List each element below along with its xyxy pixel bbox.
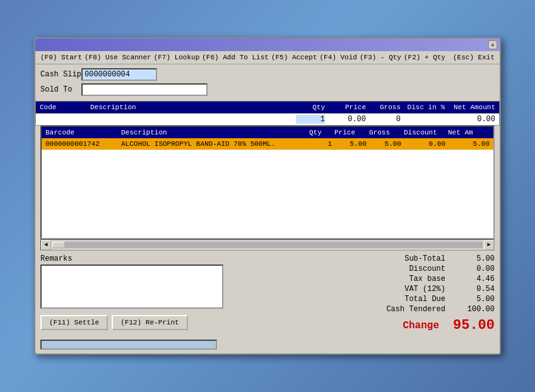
th-discount: Discount — [403, 128, 447, 137]
change-value: 95.00 — [444, 318, 495, 333]
totaldue-value: 5.00 — [450, 295, 495, 304]
scroll-left-btn[interactable]: ◄ — [41, 240, 51, 250]
title-bar: ✕ — [35, 39, 500, 51]
price-input[interactable] — [327, 115, 366, 124]
sold-to-input[interactable] — [81, 83, 208, 96]
desc-header: Description — [89, 103, 295, 112]
price-header: Price — [326, 103, 367, 112]
change-row: Change 95.00 — [228, 318, 495, 333]
th-gross: Gross — [368, 128, 403, 137]
discount-label: Discount — [363, 264, 445, 273]
totals-area: Sub-Total 5.00 Discount 0.00 Tax base 4.… — [228, 254, 495, 333]
subtotal-label: Sub-Total — [363, 254, 445, 263]
discount-row: Discount 0.00 — [228, 264, 495, 273]
qty-cell — [295, 114, 326, 124]
th-barcode: Barcode — [44, 128, 120, 137]
taxbase-row: Tax base 4.46 — [228, 275, 495, 283]
vat-label: VAT (12%) — [363, 285, 445, 294]
scroll-track — [52, 242, 483, 248]
remarks-label: Remarks — [40, 254, 223, 263]
th-price: Price — [333, 128, 368, 137]
entry-header: Code Description Qty Price Gross Disc in… — [35, 101, 500, 114]
cashtendered-value: 100.00 — [450, 305, 495, 314]
disc-cell — [402, 114, 446, 124]
qty-header: Qty — [295, 103, 326, 112]
td-net: 5.00 — [447, 140, 491, 148]
entry-input-row — [35, 114, 500, 126]
gross-input[interactable] — [368, 115, 401, 124]
taxbase-label: Tax base — [363, 275, 445, 283]
th-description: Description — [120, 128, 308, 137]
price-cell — [326, 114, 367, 124]
scroll-right-btn[interactable]: ► — [484, 240, 494, 250]
gross-header: Gross — [367, 103, 402, 112]
qty-input[interactable] — [296, 115, 325, 124]
menu-addtolist[interactable]: (F6) Add To List — [202, 54, 269, 61]
menu-lookup[interactable]: (F7) Lookup — [154, 54, 200, 61]
th-qty: Qty — [308, 128, 333, 137]
td-description: ALCOHOL ISOPROPYL BAND-AID 70% 500ML. — [120, 140, 308, 148]
totaldue-row: Total Due 5.00 — [228, 295, 495, 304]
cashtendered-label: Cash Tendered — [363, 305, 445, 314]
bottom-area: Remarks (F11) Settle (F12) Re-Print Sub-… — [35, 251, 500, 337]
vat-value: 0.54 — [450, 285, 495, 294]
table-body: 0000000001742 ALCOHOL ISOPROPYL BAND-AID… — [42, 138, 493, 150]
th-netam: Net Am — [447, 128, 491, 137]
remarks-textarea[interactable] — [40, 264, 223, 309]
desc-cell — [89, 114, 295, 124]
subtotal-value: 5.00 — [450, 254, 495, 263]
items-table: Barcode Description Qty Price Gross Disc… — [40, 126, 495, 239]
vat-row: VAT (12%) 0.54 — [228, 285, 495, 294]
gross-cell — [367, 114, 402, 124]
cashtendered-row: Cash Tendered 100.00 — [228, 305, 495, 314]
progress-bar — [40, 340, 217, 350]
menu-bar: (F9) Start (F8) Use Scanner (F7) Lookup … — [35, 51, 500, 64]
reprint-button[interactable]: (F12) Re-Print — [112, 315, 187, 330]
change-label: Change — [403, 320, 439, 331]
menu-scanner[interactable]: (F8) Use Scanner — [85, 54, 151, 61]
cash-slip-row: Cash Slip — [40, 68, 495, 81]
sold-to-label: Sold To — [40, 85, 81, 94]
form-area: Cash Slip Sold To — [35, 64, 500, 101]
table-row[interactable]: 0000000001742 ALCOHOL ISOPROPYL BAND-AID… — [42, 138, 493, 150]
scroll-thumb[interactable] — [52, 242, 65, 248]
td-barcode: 0000000001742 — [44, 140, 120, 148]
disc-header: Disc in % — [402, 103, 446, 112]
table-header-row: Barcode Description Qty Price Gross Disc… — [42, 127, 493, 138]
menu-start[interactable]: (F9) Start — [40, 54, 82, 61]
menu-void[interactable]: (F4) Void — [320, 54, 357, 61]
subtotal-row: Sub-Total 5.00 — [228, 254, 495, 263]
cash-slip-input[interactable] — [81, 68, 157, 81]
code-cell — [38, 114, 89, 124]
scrollbar: ◄ ► — [40, 239, 495, 251]
code-header: Code — [38, 103, 89, 112]
td-price: 5.00 — [333, 140, 368, 148]
menu-plus-qty[interactable]: (F2) + Qty — [404, 54, 445, 61]
totaldue-label: Total Due — [363, 295, 445, 304]
net-header: Net Amount — [446, 103, 497, 112]
close-button[interactable]: ✕ — [488, 40, 497, 49]
td-discount: 0.00 — [403, 140, 447, 148]
discount-value: 0.00 — [450, 264, 495, 273]
desc-input[interactable] — [90, 115, 293, 124]
sold-to-row: Sold To — [40, 83, 495, 96]
td-gross: 5.00 — [368, 140, 403, 148]
action-buttons: (F11) Settle (F12) Re-Print — [40, 315, 223, 330]
main-window: ✕ (F9) Start (F8) Use Scanner (F7) Looku… — [34, 37, 501, 355]
disc-input[interactable] — [403, 115, 445, 124]
settle-button[interactable]: (F11) Settle — [40, 315, 108, 330]
code-input[interactable] — [40, 115, 88, 124]
td-qty: 1 — [308, 140, 333, 148]
remarks-area: Remarks (F11) Settle (F12) Re-Print — [40, 254, 223, 333]
menu-minus-qty[interactable]: (F3) - Qty — [360, 54, 401, 61]
taxbase-value: 4.46 — [450, 275, 495, 283]
menu-exit[interactable]: (Esc) Exit — [453, 54, 495, 61]
net-cell — [446, 114, 497, 124]
menu-accept[interactable]: (F5) Accept — [271, 54, 317, 61]
net-input[interactable] — [447, 115, 495, 124]
progress-bar-area — [35, 337, 500, 353]
cash-slip-label: Cash Slip — [40, 70, 81, 79]
